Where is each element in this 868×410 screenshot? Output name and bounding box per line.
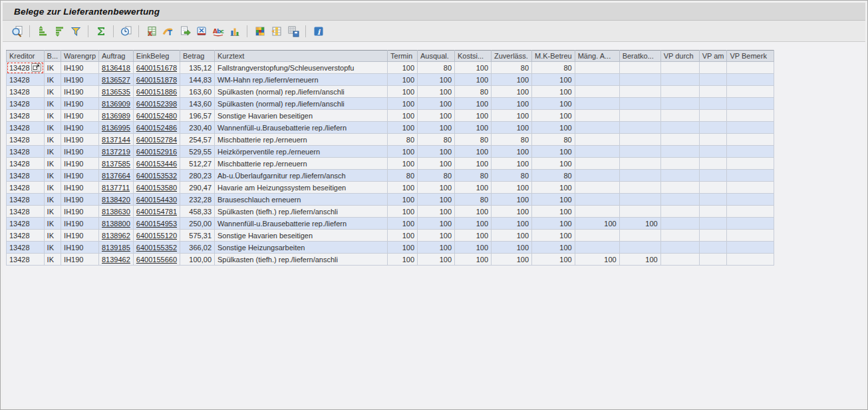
- cell-betrag[interactable]: 230,40: [180, 122, 215, 134]
- cell-b[interactable]: IK: [44, 62, 61, 74]
- cell-beratko[interactable]: [619, 74, 660, 86]
- cell-maeng_a[interactable]: [575, 242, 619, 254]
- auftrag-link[interactable]: 8137144: [102, 136, 130, 144]
- column-header-b[interactable]: B...: [44, 51, 61, 62]
- cell-kreditor[interactable]: 13428: [7, 242, 45, 254]
- cell-vp_durch[interactable]: [660, 218, 699, 230]
- cell-betrag[interactable]: 135,12: [180, 62, 215, 74]
- choose-layout-icon[interactable]: [252, 23, 267, 39]
- auftrag-link[interactable]: 8138630: [102, 208, 130, 216]
- cell-vp_bemerk[interactable]: [727, 158, 774, 170]
- cell-maeng_a[interactable]: [575, 134, 619, 146]
- cell-vp_am[interactable]: [699, 110, 727, 122]
- cell-b[interactable]: IK: [44, 206, 61, 218]
- cell-vp_bemerk[interactable]: [727, 182, 774, 194]
- einkbeleg-link[interactable]: 6400155660: [136, 256, 177, 264]
- column-header-ausqual[interactable]: Ausqual.: [418, 51, 455, 62]
- cell-ausqual[interactable]: 100: [418, 74, 455, 86]
- cell-vp_durch[interactable]: [660, 146, 699, 158]
- cell-kostsi[interactable]: 80: [455, 170, 492, 182]
- cell-warengrp[interactable]: IH190: [61, 194, 99, 206]
- auftrag-link[interactable]: 8138962: [102, 232, 130, 240]
- auftrag-link[interactable]: 8137585: [102, 160, 130, 168]
- cell-zuverlaess[interactable]: 100: [492, 254, 532, 266]
- cell-kreditor[interactable]: 13428: [7, 86, 45, 98]
- cell-warengrp[interactable]: IH190: [61, 86, 99, 98]
- cell-maeng_a[interactable]: 100: [575, 254, 619, 266]
- cell-termin[interactable]: 100: [388, 158, 418, 170]
- cell-b[interactable]: IK: [44, 86, 61, 98]
- cell-beratko[interactable]: [619, 122, 660, 134]
- cell-vp_durch[interactable]: [660, 242, 699, 254]
- cell-betrag[interactable]: 280,23: [180, 170, 215, 182]
- cell-warengrp[interactable]: IH190: [61, 206, 99, 218]
- cell-termin[interactable]: 100: [388, 254, 418, 266]
- cell-mkbetreu[interactable]: 80: [532, 170, 575, 182]
- cell-vp_durch[interactable]: [660, 194, 699, 206]
- cell-vp_bemerk[interactable]: [727, 218, 774, 230]
- cell-vp_bemerk[interactable]: [727, 74, 774, 86]
- cell-kreditor[interactable]: 13428: [7, 170, 45, 182]
- einkbeleg-link[interactable]: 6400152916: [136, 148, 177, 156]
- column-header-mkbetreu[interactable]: M.K-Betreu: [532, 51, 575, 62]
- cell-maeng_a[interactable]: [575, 170, 619, 182]
- cell-termin[interactable]: 100: [388, 74, 418, 86]
- cell-kurztext[interactable]: Mischbatterie rep./erneuern: [215, 134, 388, 146]
- column-header-vp_bemerk[interactable]: VP Bemerk: [727, 51, 774, 62]
- cell-kurztext[interactable]: Spülkasten (normal) rep./liefern/anschli: [215, 98, 388, 110]
- cell-mkbetreu[interactable]: 100: [532, 110, 575, 122]
- cell-kurztext[interactable]: Sonstige Havarien beseitigen: [215, 110, 388, 122]
- cell-kurztext[interactable]: Brauseschlauch erneuern: [215, 194, 388, 206]
- cell-mkbetreu[interactable]: 100: [532, 182, 575, 194]
- auftrag-link[interactable]: 8136995: [102, 124, 130, 132]
- cell-maeng_a[interactable]: [575, 122, 619, 134]
- column-header-vp_am[interactable]: VP am: [699, 51, 727, 62]
- einkbeleg-link[interactable]: 6400155120: [136, 232, 177, 240]
- cell-vp_bemerk[interactable]: [727, 170, 774, 182]
- cell-detail-icon[interactable]: [31, 63, 41, 72]
- cell-termin[interactable]: 100: [388, 242, 418, 254]
- cell-warengrp[interactable]: IH190: [61, 170, 99, 182]
- cell-vp_durch[interactable]: [660, 206, 699, 218]
- cell-zuverlaess[interactable]: 100: [492, 218, 532, 230]
- cell-maeng_a[interactable]: 100: [575, 218, 619, 230]
- einkbeleg-link[interactable]: 6400151678: [136, 64, 177, 72]
- cell-vp_durch[interactable]: [660, 158, 699, 170]
- cell-kurztext[interactable]: Havarie am Heizungssystem beseitigen: [215, 182, 388, 194]
- cell-betrag[interactable]: 144,83: [180, 74, 215, 86]
- cell-zuverlaess[interactable]: 100: [492, 194, 532, 206]
- cell-vp_am[interactable]: [699, 122, 727, 134]
- cell-mkbetreu[interactable]: 100: [532, 146, 575, 158]
- cell-betrag[interactable]: 254,57: [180, 134, 215, 146]
- cell-warengrp[interactable]: IH190: [61, 242, 99, 254]
- cell-mkbetreu[interactable]: 80: [532, 62, 575, 74]
- cell-betrag[interactable]: 163,60: [180, 86, 215, 98]
- cell-vp_am[interactable]: [699, 218, 727, 230]
- cell-vp_durch[interactable]: [660, 86, 699, 98]
- cell-ausqual[interactable]: 100: [418, 206, 455, 218]
- cell-vp_durch[interactable]: [660, 170, 699, 182]
- find-detail-icon[interactable]: [9, 23, 25, 39]
- cell-b[interactable]: IK: [44, 218, 61, 230]
- cell-ausqual[interactable]: 100: [418, 230, 455, 242]
- einkbeleg-link[interactable]: 6400154430: [136, 196, 177, 204]
- cell-termin[interactable]: 100: [388, 86, 418, 98]
- cell-kreditor[interactable]: 13428: [7, 122, 45, 134]
- info-icon[interactable]: i: [311, 23, 326, 39]
- cell-betrag[interactable]: 458,33: [180, 206, 215, 218]
- cell-maeng_a[interactable]: [575, 98, 619, 110]
- cell-vp_bemerk[interactable]: [727, 110, 774, 122]
- cell-kreditor[interactable]: 13428: [7, 134, 45, 146]
- word-processing-icon[interactable]: T: [160, 23, 176, 39]
- cell-kostsi[interactable]: 100: [455, 74, 492, 86]
- cell-kostsi[interactable]: 100: [455, 182, 492, 194]
- column-header-betrag[interactable]: Betrag: [180, 51, 215, 62]
- cell-b[interactable]: IK: [44, 146, 61, 158]
- cell-termin[interactable]: 100: [388, 98, 418, 110]
- cell-maeng_a[interactable]: [575, 110, 619, 122]
- export-file-icon[interactable]: [177, 23, 192, 39]
- cell-beratko[interactable]: [619, 110, 660, 122]
- cell-kostsi[interactable]: 100: [455, 218, 492, 230]
- cell-kreditor[interactable]: 13428: [7, 98, 45, 110]
- cell-ausqual[interactable]: 100: [418, 242, 455, 254]
